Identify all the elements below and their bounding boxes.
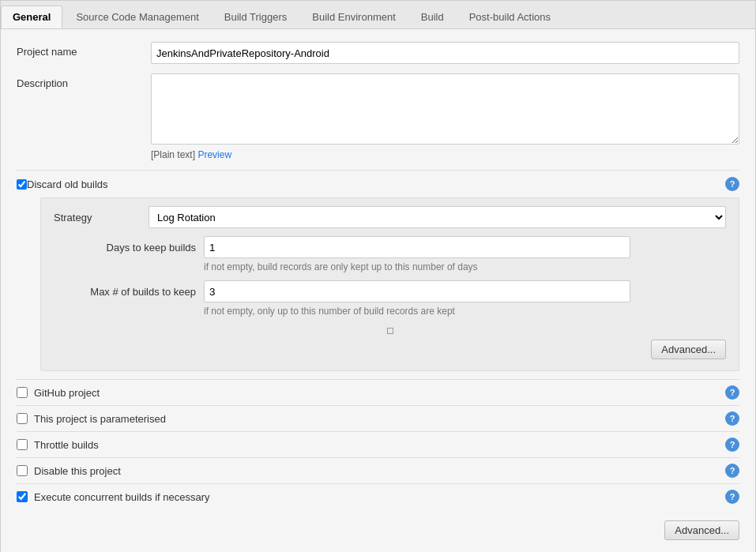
disable-project-help-icon[interactable]: ? — [725, 464, 739, 478]
throttle-builds-checkbox[interactable] — [17, 439, 28, 450]
tab-post-build[interactable]: Post-build Actions — [457, 6, 562, 28]
concurrent-builds-checkbox[interactable] — [17, 491, 28, 502]
strategy-section: Strategy Log Rotation Days to keep build… — [40, 197, 739, 371]
project-name-field — [151, 42, 739, 64]
description-field: [Plain text] Preview — [151, 73, 739, 160]
main-content: Project name Description [Plain text] Pr… — [1, 29, 755, 552]
project-name-label: Project name — [17, 42, 151, 58]
days-to-keep-input[interactable] — [204, 236, 630, 258]
discard-builds-help-icon[interactable]: ? — [725, 177, 739, 191]
concurrent-builds-help-icon[interactable]: ? — [725, 490, 739, 504]
throttle-builds-row: Throttle builds ? — [17, 431, 739, 457]
parameterised-help-icon[interactable]: ? — [725, 411, 739, 426]
advanced-button[interactable]: Advanced... — [651, 340, 726, 359]
parameterised-checkbox[interactable] — [17, 413, 28, 424]
main-container: General Source Code Management Build Tri… — [0, 0, 756, 552]
max-builds-input[interactable] — [204, 280, 630, 302]
disable-project-checkbox[interactable] — [17, 465, 28, 476]
max-builds-hint: if not empty, only up to this number of … — [204, 306, 726, 317]
max-builds-row: Max # of builds to keep — [54, 280, 726, 302]
tab-build-triggers[interactable]: Build Triggers — [213, 6, 299, 28]
strategy-label: Strategy — [54, 212, 149, 223]
small-square-indicator — [54, 325, 726, 336]
parameterised-row: This project is parameterised ? — [17, 405, 739, 431]
days-to-keep-hint: if not empty, build records are only kep… — [204, 261, 726, 272]
max-builds-label: Max # of builds to keep — [54, 286, 204, 298]
tab-general[interactable]: General — [1, 6, 62, 28]
bottom-advanced-row: Advanced... — [17, 509, 739, 540]
discard-builds-row: Discard old builds ? — [17, 170, 739, 197]
preview-link[interactable]: Preview — [197, 149, 231, 160]
strategy-select[interactable]: Log Rotation — [149, 206, 726, 228]
github-project-help-icon[interactable]: ? — [725, 385, 739, 400]
days-to-keep-label: Days to keep builds — [54, 242, 204, 253]
discard-builds-checkbox[interactable] — [17, 179, 27, 190]
description-label: Description — [17, 73, 151, 89]
tab-build-environment[interactable]: Build Environment — [300, 6, 408, 28]
tab-build[interactable]: Build — [409, 6, 456, 28]
throttle-builds-help-icon[interactable]: ? — [725, 437, 739, 452]
github-project-checkbox[interactable] — [17, 387, 28, 398]
throttle-builds-label: Throttle builds — [34, 439, 99, 451]
parameterised-label: This project is parameterised — [34, 413, 166, 425]
days-to-keep-row: Days to keep builds — [54, 236, 726, 258]
project-name-input[interactable] — [151, 42, 739, 64]
github-project-label: GitHub project — [34, 387, 100, 399]
bottom-advanced-button[interactable]: Advanced... — [664, 520, 739, 540]
concurrent-builds-label: Execute concurrent builds if necessary — [34, 491, 210, 503]
advanced-btn-row: Advanced... — [54, 340, 726, 359]
strategy-row: Strategy Log Rotation — [54, 206, 726, 228]
disable-project-label: Disable this project — [34, 465, 121, 477]
disable-project-row: Disable this project ? — [17, 457, 739, 483]
github-project-row: GitHub project ? — [17, 379, 739, 405]
discard-builds-label: Discard old builds — [27, 178, 108, 190]
description-textarea[interactable] — [151, 73, 739, 145]
concurrent-builds-row: Execute concurrent builds if necessary ? — [17, 483, 739, 509]
description-row: Description [Plain text] Preview — [17, 73, 739, 160]
tab-source-code[interactable]: Source Code Management — [64, 6, 210, 28]
plain-text-note: [Plain text] Preview — [151, 149, 739, 160]
project-name-row: Project name — [17, 42, 739, 64]
plain-text-label: [Plain text] — [151, 149, 195, 160]
tab-bar: General Source Code Management Build Tri… — [1, 1, 755, 29]
